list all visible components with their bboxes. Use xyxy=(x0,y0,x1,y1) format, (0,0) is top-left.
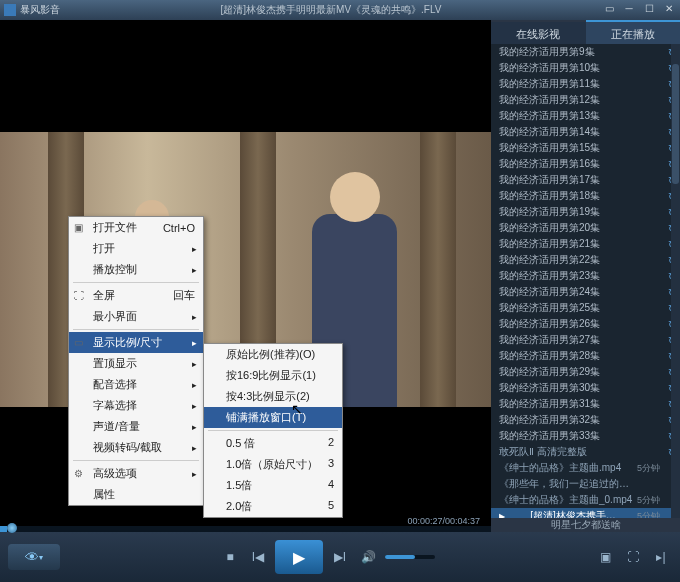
playlist-item[interactable]: 我的经济适用男第24集↻ xyxy=(491,284,680,300)
sub-zoom-10[interactable]: 1.0倍（原始尺寸）3 xyxy=(204,454,342,475)
next-button[interactable]: ▶I xyxy=(329,546,351,568)
playlist-item[interactable]: 我的经济适用男第12集↻ xyxy=(491,92,680,108)
video-area[interactable]: ▣打开文件Ctrl+O 打开 播放控制 ⛶全屏回车 最小界面 ▭显示比例/尺寸 … xyxy=(0,20,491,532)
progress-bar[interactable] xyxy=(0,526,491,532)
aspect-submenu: 原始比例(推荐)(O) 按16:9比例显示(1) 按4:3比例显示(2) 铺满播… xyxy=(203,343,343,518)
controls: 👁▾ ■ I◀ ▶ ▶I 🔊 ▣ ⛶ ▸| xyxy=(0,532,680,582)
ctx-open[interactable]: 打开 xyxy=(69,238,203,259)
playlist-item[interactable]: 我的经济适用男第26集↻ xyxy=(491,316,680,332)
time-display: 00:00:27/00:04:37 xyxy=(407,516,480,526)
playlist-item[interactable]: 《那些年，我们一起追过的… xyxy=(491,476,680,492)
playlist-item[interactable]: 我的经济适用男第16集↻ xyxy=(491,156,680,172)
folder-icon: ▣ xyxy=(74,222,86,234)
playlist-item[interactable]: 我的经济适用男第25集↻ xyxy=(491,300,680,316)
playlist-item[interactable]: 我的经济适用男第33集↻ xyxy=(491,428,680,444)
playlist-item[interactable]: 我的经济适用男第32集↻ xyxy=(491,412,680,428)
app-logo-icon xyxy=(4,4,16,16)
ctx-open-file[interactable]: ▣打开文件Ctrl+O xyxy=(69,217,203,238)
playlist-item[interactable]: 我的经济适用男第11集↻ xyxy=(491,76,680,92)
playlist-item[interactable]: 我的经济适用男第14集↻ xyxy=(491,124,680,140)
sub-zoom-05[interactable]: 0.5 倍2 xyxy=(204,433,342,454)
playlist-item[interactable]: 我的经济适用男第20集↻ xyxy=(491,220,680,236)
ctx-audio-select[interactable]: 配音选择 xyxy=(69,374,203,395)
progress-fill xyxy=(0,526,7,532)
playlist-item[interactable]: 我的经济适用男第18集↻ xyxy=(491,188,680,204)
ctx-play-control[interactable]: 播放控制 xyxy=(69,259,203,280)
tab-now-playing[interactable]: 正在播放 xyxy=(586,20,681,44)
context-menu: ▣打开文件Ctrl+O 打开 播放控制 ⛶全屏回车 最小界面 ▭显示比例/尺寸 … xyxy=(68,216,204,506)
playlist-item[interactable]: 我的经济适用男第30集↻ xyxy=(491,380,680,396)
playlist-item[interactable]: 我的经济适用男第31集↻ xyxy=(491,396,680,412)
playlist-item[interactable]: 我的经济适用男第22集↻ xyxy=(491,252,680,268)
toggle-sidebar-button[interactable]: ▸| xyxy=(650,546,672,568)
ctx-subtitle[interactable]: 字幕选择 xyxy=(69,395,203,416)
app-name: 暴风影音 xyxy=(20,3,60,17)
footer-ad[interactable]: 明星七夕都送啥 xyxy=(491,518,680,532)
play-button[interactable]: ▶ xyxy=(275,540,323,574)
ctx-ontop[interactable]: 置顶显示 xyxy=(69,353,203,374)
chat-icon[interactable]: ▭ xyxy=(602,3,616,17)
sub-original[interactable]: 原始比例(推荐)(O) xyxy=(204,344,342,365)
sub-zoom-20[interactable]: 2.0倍5 xyxy=(204,496,342,517)
open-button[interactable]: ▣ xyxy=(594,546,616,568)
sub-zoom-15[interactable]: 1.5倍4 xyxy=(204,475,342,496)
sidebar: 在线影视 正在播放 我的经济适用男第9集↻我的经济适用男第10集↻我的经济适用男… xyxy=(491,20,680,532)
sub-4-3[interactable]: 按4:3比例显示(2) xyxy=(204,386,342,407)
playlist: 我的经济适用男第9集↻我的经济适用男第10集↻我的经济适用男第11集↻我的经济适… xyxy=(491,44,680,518)
playlist-item[interactable]: 我的经济适用男第27集↻ xyxy=(491,332,680,348)
playlist-scrollbar[interactable] xyxy=(671,44,680,518)
scroll-thumb[interactable] xyxy=(672,64,679,184)
progress-knob[interactable] xyxy=(7,523,17,533)
fullscreen-icon: ⛶ xyxy=(74,290,86,302)
playlist-item[interactable]: 我的经济适用男第21集↻ xyxy=(491,236,680,252)
volume-slider[interactable] xyxy=(385,555,435,559)
volume-icon[interactable]: 🔊 xyxy=(357,546,379,568)
close-button[interactable]: ✕ xyxy=(662,3,676,17)
gear-icon: ⚙ xyxy=(74,468,86,480)
maximize-button[interactable]: ☐ xyxy=(642,3,656,17)
file-title: [超清]林俊杰携手明明最新MV《灵魂的共鸣》.FLV xyxy=(60,3,602,17)
eye-mode-button[interactable]: 👁▾ xyxy=(8,544,60,570)
prev-button[interactable]: I◀ xyxy=(247,546,269,568)
playlist-item[interactable]: 敢死队Ⅱ 高清完整版↻ xyxy=(491,444,680,460)
ctx-transcode[interactable]: 视频转码/截取 xyxy=(69,437,203,458)
minimize-button[interactable]: ─ xyxy=(622,3,636,17)
fullscreen-button[interactable]: ⛶ xyxy=(622,546,644,568)
playlist-item[interactable]: [超清]林俊杰携手…5分钟 xyxy=(491,508,680,518)
playlist-item[interactable]: 我的经济适用男第23集↻ xyxy=(491,268,680,284)
tab-online[interactable]: 在线影视 xyxy=(491,20,586,44)
playlist-item[interactable]: 《绅士的品格》主题曲_0.mp45分钟 xyxy=(491,492,680,508)
stop-button[interactable]: ■ xyxy=(219,546,241,568)
playlist-item[interactable]: 我的经济适用男第29集↻ xyxy=(491,364,680,380)
ctx-properties[interactable]: 属性 xyxy=(69,484,203,505)
playlist-item[interactable]: 我的经济适用男第15集↻ xyxy=(491,140,680,156)
sub-fill-window[interactable]: 铺满播放窗口(T) xyxy=(204,407,342,428)
playlist-item[interactable]: 我的经济适用男第17集↻ xyxy=(491,172,680,188)
ctx-advanced[interactable]: ⚙高级选项 xyxy=(69,463,203,484)
ctx-aspect-ratio[interactable]: ▭显示比例/尺寸 xyxy=(69,332,203,353)
playlist-item[interactable]: 我的经济适用男第13集↻ xyxy=(491,108,680,124)
ctx-min-ui[interactable]: 最小界面 xyxy=(69,306,203,327)
playlist-item[interactable]: 我的经济适用男第28集↻ xyxy=(491,348,680,364)
playlist-item[interactable]: 我的经济适用男第10集↻ xyxy=(491,60,680,76)
playlist-item[interactable]: 我的经济适用男第19集↻ xyxy=(491,204,680,220)
titlebar: 暴风影音 [超清]林俊杰携手明明最新MV《灵魂的共鸣》.FLV ▭ ─ ☐ ✕ xyxy=(0,0,680,20)
ctx-sound[interactable]: 声道/音量 xyxy=(69,416,203,437)
ctx-fullscreen[interactable]: ⛶全屏回车 xyxy=(69,285,203,306)
aspect-icon: ▭ xyxy=(74,337,86,349)
sub-16-9[interactable]: 按16:9比例显示(1) xyxy=(204,365,342,386)
playlist-item[interactable]: 《绅士的品格》主题曲.mp45分钟 xyxy=(491,460,680,476)
playlist-item[interactable]: 我的经济适用男第9集↻ xyxy=(491,44,680,60)
